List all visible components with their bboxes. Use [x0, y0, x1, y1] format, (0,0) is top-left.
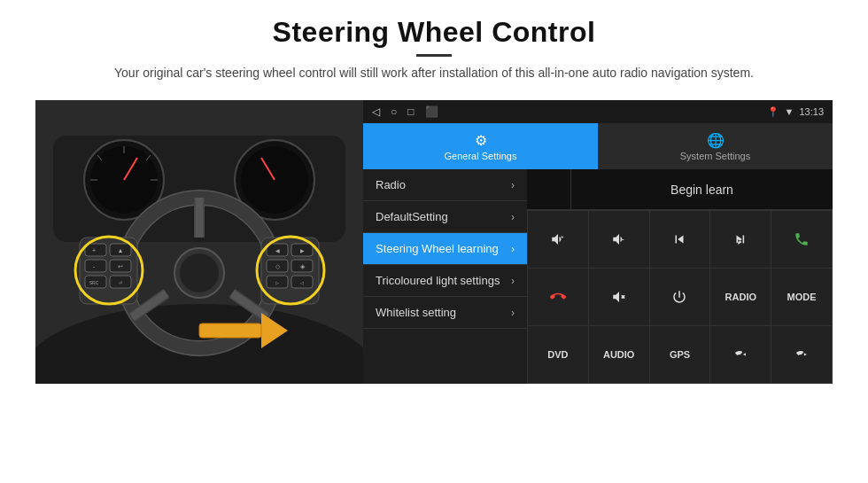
- chevron-icon-tricoloured: ›: [511, 275, 515, 287]
- chevron-icon-whitelist: ›: [511, 307, 515, 319]
- chevron-icon-default: ›: [511, 211, 515, 223]
- svg-text:↩: ↩: [118, 263, 123, 269]
- top-tabs: ⚙ General Settings 🌐 System Settings: [363, 123, 833, 169]
- back-icon[interactable]: ◁: [372, 105, 380, 118]
- signal-icon: ▼: [785, 106, 794, 117]
- chevron-icon-steering: ›: [511, 243, 515, 255]
- gps-button[interactable]: GPS: [650, 326, 710, 383]
- menu-content: Radio › DefaultSetting › Steering Wheel …: [363, 169, 833, 384]
- location-icon: 📍: [767, 106, 779, 118]
- right-content: Begin learn +: [527, 169, 833, 384]
- next-track-button[interactable]: [710, 211, 771, 268]
- device-screen: ◁ ○ □ ⬛ 📍 ▼ 13:13 ⚙ General Settings: [363, 100, 833, 384]
- title-section: Steering Wheel Control Your original car…: [114, 16, 754, 95]
- menu-item-steering-label: Steering Wheel learning: [376, 242, 499, 255]
- status-right: 📍 ▼ 13:13: [767, 106, 824, 118]
- menu-item-whitelist[interactable]: Whitelist setting ›: [363, 297, 527, 329]
- svg-text:▲: ▲: [118, 247, 124, 253]
- steering-wheel-image: + ▲ - ↩ SRC ⏎ ◀ ▶ ◇ ◈ ▷: [35, 100, 363, 384]
- vol-up-button[interactable]: +: [528, 211, 588, 268]
- radio-button[interactable]: RADIO: [710, 269, 771, 325]
- content-row: + ▲ - ↩ SRC ⏎ ◀ ▶ ◇ ◈ ▷: [35, 100, 833, 384]
- menu-item-steering-wheel[interactable]: Steering Wheel learning ›: [363, 233, 527, 265]
- mode-button[interactable]: MODE: [771, 269, 832, 325]
- home-icon[interactable]: ○: [391, 105, 397, 118]
- menu-item-tricoloured[interactable]: Tricoloured light settings ›: [363, 265, 527, 297]
- left-menu: Radio › DefaultSetting › Steering Wheel …: [363, 169, 527, 384]
- tel-next-button[interactable]: [771, 326, 832, 383]
- mute-button[interactable]: [589, 269, 649, 325]
- svg-text:◀: ◀: [275, 248, 280, 253]
- system-settings-icon: 🌐: [707, 132, 725, 149]
- time-display: 13:13: [799, 106, 824, 117]
- begin-learn-left-empty: [527, 169, 571, 209]
- svg-text:+: +: [561, 234, 564, 239]
- begin-learn-row: Begin learn: [527, 169, 833, 210]
- menu-item-tricoloured-label: Tricoloured light settings: [376, 274, 500, 287]
- svg-text:◁: ◁: [300, 280, 304, 285]
- svg-point-23: [180, 253, 219, 292]
- phone-answer-button[interactable]: [771, 211, 832, 268]
- tab-general-settings[interactable]: ⚙ General Settings: [363, 123, 598, 169]
- svg-text:▶: ▶: [300, 248, 305, 253]
- prev-track-button[interactable]: [650, 211, 710, 268]
- status-bar: ◁ ○ □ ⬛ 📍 ▼ 13:13: [363, 100, 833, 123]
- svg-text:⏎: ⏎: [119, 280, 122, 285]
- audio-button[interactable]: AUDIO: [589, 326, 649, 383]
- svg-rect-27: [85, 260, 106, 272]
- svg-text:+: +: [92, 247, 96, 253]
- page-subtitle: Your original car's steering wheel contr…: [114, 64, 754, 82]
- recent-icon[interactable]: □: [407, 105, 414, 118]
- power-button[interactable]: [650, 269, 710, 325]
- dvd-button[interactable]: DVD: [528, 326, 588, 383]
- nav-icons: ◁ ○ □ ⬛: [372, 105, 438, 118]
- menu-item-default-setting[interactable]: DefaultSetting ›: [363, 201, 527, 233]
- vol-down-button[interactable]: -: [589, 211, 649, 268]
- svg-rect-52: [199, 323, 261, 338]
- chevron-icon-radio: ›: [511, 179, 515, 191]
- menu-item-whitelist-label: Whitelist setting: [376, 306, 456, 319]
- tab-system-label: System Settings: [680, 151, 750, 161]
- title-divider: [416, 54, 452, 57]
- button-grid: + -: [527, 210, 833, 384]
- svg-text:SRC: SRC: [89, 280, 99, 285]
- menu-item-radio[interactable]: Radio ›: [363, 169, 527, 201]
- tab-general-label: General Settings: [445, 151, 517, 161]
- menu-item-radio-label: Radio: [376, 178, 406, 191]
- begin-learn-button[interactable]: Begin learn: [571, 183, 833, 197]
- svg-text:-: -: [622, 235, 624, 243]
- page-title: Steering Wheel Control: [114, 16, 754, 49]
- svg-text:▷: ▷: [275, 280, 279, 285]
- general-settings-icon: ⚙: [475, 132, 487, 149]
- tel-prev-button[interactable]: [710, 326, 771, 383]
- phone-hangup-button[interactable]: [528, 269, 588, 325]
- menu-item-default-label: DefaultSetting: [376, 210, 448, 223]
- menu-icon[interactable]: ⬛: [425, 105, 438, 118]
- tab-system-settings[interactable]: 🌐 System Settings: [598, 123, 833, 169]
